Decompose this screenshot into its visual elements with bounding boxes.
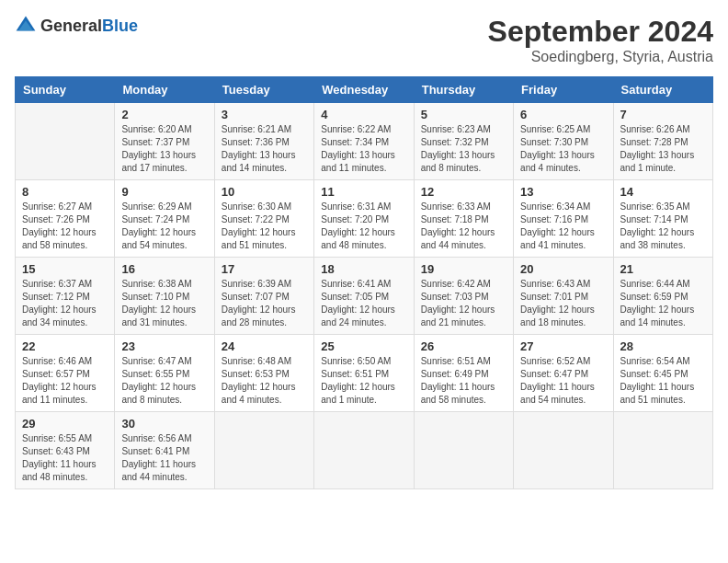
sunrise-text: Sunrise: 6:23 AM xyxy=(421,124,491,134)
day-number: 2 xyxy=(121,108,207,121)
calendar-day-cell: 15Sunrise: 6:37 AMSunset: 7:12 PMDayligh… xyxy=(16,258,115,335)
day-number: 7 xyxy=(620,108,706,121)
calendar-day-cell: 22Sunrise: 6:46 AMSunset: 6:57 PMDayligh… xyxy=(16,335,115,412)
calendar-day-cell: 13Sunrise: 6:34 AMSunset: 7:16 PMDayligh… xyxy=(514,180,613,258)
day-number: 28 xyxy=(620,339,706,353)
day-number: 4 xyxy=(321,108,406,121)
calendar-day-cell: 16Sunrise: 6:38 AMSunset: 7:10 PMDayligh… xyxy=(115,258,214,335)
day-number: 14 xyxy=(620,185,706,199)
sunrise-text: Sunrise: 6:37 AM xyxy=(22,279,92,289)
sunset-text: Sunset: 7:26 PM xyxy=(22,214,90,224)
sunrise-text: Sunrise: 6:48 AM xyxy=(222,356,291,366)
day-number: 21 xyxy=(620,262,706,276)
calendar-day-cell: 23Sunrise: 6:47 AMSunset: 6:55 PMDayligh… xyxy=(115,335,214,412)
day-number: 5 xyxy=(421,108,506,121)
calendar-day-cell xyxy=(16,103,115,180)
sunrise-text: Sunrise: 6:46 AM xyxy=(22,356,92,366)
calendar-day-cell xyxy=(214,412,313,489)
daylight-text: Daylight: 12 hours and 38 minutes. xyxy=(620,227,695,250)
daylight-text: Daylight: 12 hours and 51 minutes. xyxy=(222,227,296,250)
calendar-day-cell: 3Sunrise: 6:21 AMSunset: 7:36 PMDaylight… xyxy=(214,103,313,180)
sunset-text: Sunset: 7:14 PM xyxy=(620,214,688,224)
calendar-day-cell: 10Sunrise: 6:30 AMSunset: 7:22 PMDayligh… xyxy=(214,180,313,258)
logo-general: GeneralBlue xyxy=(40,17,138,36)
sunrise-text: Sunrise: 6:34 AM xyxy=(520,201,590,212)
calendar-day-cell: 25Sunrise: 6:50 AMSunset: 6:51 PMDayligh… xyxy=(314,335,414,412)
sunset-text: Sunset: 6:59 PM xyxy=(620,292,688,302)
daylight-text: Daylight: 13 hours and 17 minutes. xyxy=(121,150,196,173)
sunrise-text: Sunrise: 6:38 AM xyxy=(121,279,191,289)
day-number: 25 xyxy=(321,339,406,353)
day-number: 20 xyxy=(520,262,606,276)
sunset-text: Sunset: 6:41 PM xyxy=(121,446,189,456)
daylight-text: Daylight: 12 hours and 4 minutes. xyxy=(222,382,296,405)
calendar-day-cell: 17Sunrise: 6:39 AMSunset: 7:07 PMDayligh… xyxy=(214,258,313,335)
daylight-text: Daylight: 11 hours and 44 minutes. xyxy=(121,459,196,482)
day-info: Sunrise: 6:38 AMSunset: 7:10 PMDaylight:… xyxy=(121,278,207,329)
calendar-week-row: 22Sunrise: 6:46 AMSunset: 6:57 PMDayligh… xyxy=(16,335,713,412)
calendar-week-row: 15Sunrise: 6:37 AMSunset: 7:12 PMDayligh… xyxy=(16,258,713,335)
sunset-text: Sunset: 7:24 PM xyxy=(121,214,189,224)
daylight-text: Daylight: 12 hours and 14 minutes. xyxy=(620,304,695,327)
day-number: 13 xyxy=(520,185,606,199)
day-number: 6 xyxy=(520,108,606,121)
calendar-day-cell: 2Sunrise: 6:20 AMSunset: 7:37 PMDaylight… xyxy=(115,103,214,180)
day-number: 10 xyxy=(222,185,307,199)
sunset-text: Sunset: 7:22 PM xyxy=(222,214,290,224)
sunset-text: Sunset: 6:45 PM xyxy=(620,369,688,379)
day-info: Sunrise: 6:30 AMSunset: 7:22 PMDaylight:… xyxy=(222,201,307,252)
day-number: 24 xyxy=(222,339,307,353)
day-number: 18 xyxy=(321,262,406,276)
daylight-text: Daylight: 12 hours and 24 minutes. xyxy=(321,304,395,327)
calendar-week-row: 8Sunrise: 6:27 AMSunset: 7:26 PMDaylight… xyxy=(16,180,713,258)
calendar-day-cell: 19Sunrise: 6:42 AMSunset: 7:03 PMDayligh… xyxy=(414,258,513,335)
sunset-text: Sunset: 6:57 PM xyxy=(22,369,90,379)
day-info: Sunrise: 6:56 AMSunset: 6:41 PMDaylight:… xyxy=(121,432,207,484)
day-info: Sunrise: 6:48 AMSunset: 6:53 PMDaylight:… xyxy=(222,355,307,407)
header-wednesday: Wednesday xyxy=(314,77,414,103)
day-info: Sunrise: 6:47 AMSunset: 6:55 PMDaylight:… xyxy=(121,355,207,407)
calendar-week-row: 2Sunrise: 6:20 AMSunset: 7:37 PMDaylight… xyxy=(16,103,713,180)
calendar-day-cell xyxy=(613,412,712,489)
calendar-day-cell: 14Sunrise: 6:35 AMSunset: 7:14 PMDayligh… xyxy=(613,180,712,258)
calendar-day-cell: 21Sunrise: 6:44 AMSunset: 6:59 PMDayligh… xyxy=(613,258,712,335)
day-number: 12 xyxy=(421,185,506,199)
day-number: 17 xyxy=(222,262,307,276)
daylight-text: Daylight: 11 hours and 54 minutes. xyxy=(520,382,595,405)
day-info: Sunrise: 6:46 AMSunset: 6:57 PMDaylight:… xyxy=(22,355,108,407)
day-info: Sunrise: 6:35 AMSunset: 7:14 PMDaylight:… xyxy=(620,201,706,252)
calendar-day-cell: 4Sunrise: 6:22 AMSunset: 7:34 PMDaylight… xyxy=(314,103,414,180)
sunrise-text: Sunrise: 6:42 AM xyxy=(421,279,491,289)
day-info: Sunrise: 6:20 AMSunset: 7:37 PMDaylight:… xyxy=(121,123,207,175)
day-number: 8 xyxy=(22,185,108,199)
calendar-day-cell xyxy=(314,412,414,489)
sunrise-text: Sunrise: 6:39 AM xyxy=(222,279,291,289)
day-number: 29 xyxy=(22,417,108,431)
header-sunday: Sunday xyxy=(16,77,115,103)
sunrise-text: Sunrise: 6:52 AM xyxy=(520,356,590,366)
sunset-text: Sunset: 7:28 PM xyxy=(620,137,688,147)
location-subtitle: Soedingberg, Styria, Austria xyxy=(488,49,713,65)
calendar-day-cell: 29Sunrise: 6:55 AMSunset: 6:43 PMDayligh… xyxy=(16,412,115,489)
sunrise-text: Sunrise: 6:29 AM xyxy=(121,201,191,212)
sunset-text: Sunset: 7:18 PM xyxy=(421,214,489,224)
day-info: Sunrise: 6:22 AMSunset: 7:34 PMDaylight:… xyxy=(321,123,406,175)
day-info: Sunrise: 6:54 AMSunset: 6:45 PMDaylight:… xyxy=(620,355,706,407)
calendar-day-cell: 12Sunrise: 6:33 AMSunset: 7:18 PMDayligh… xyxy=(414,180,513,258)
day-number: 15 xyxy=(22,262,108,276)
sunrise-text: Sunrise: 6:43 AM xyxy=(520,279,590,289)
day-number: 22 xyxy=(22,339,108,353)
day-info: Sunrise: 6:26 AMSunset: 7:28 PMDaylight:… xyxy=(620,123,706,175)
daylight-text: Daylight: 12 hours and 48 minutes. xyxy=(321,227,395,250)
day-number: 19 xyxy=(421,262,506,276)
sunset-text: Sunset: 7:12 PM xyxy=(22,292,90,302)
day-info: Sunrise: 6:31 AMSunset: 7:20 PMDaylight:… xyxy=(321,201,406,252)
sunrise-text: Sunrise: 6:30 AM xyxy=(222,201,291,212)
sunrise-text: Sunrise: 6:20 AM xyxy=(121,124,191,134)
day-info: Sunrise: 6:37 AMSunset: 7:12 PMDaylight:… xyxy=(22,278,108,329)
sunset-text: Sunset: 7:30 PM xyxy=(520,137,588,147)
sunset-text: Sunset: 7:36 PM xyxy=(222,137,290,147)
calendar-day-cell: 27Sunrise: 6:52 AMSunset: 6:47 PMDayligh… xyxy=(514,335,613,412)
sunset-text: Sunset: 6:49 PM xyxy=(421,369,489,379)
day-number: 9 xyxy=(121,185,207,199)
